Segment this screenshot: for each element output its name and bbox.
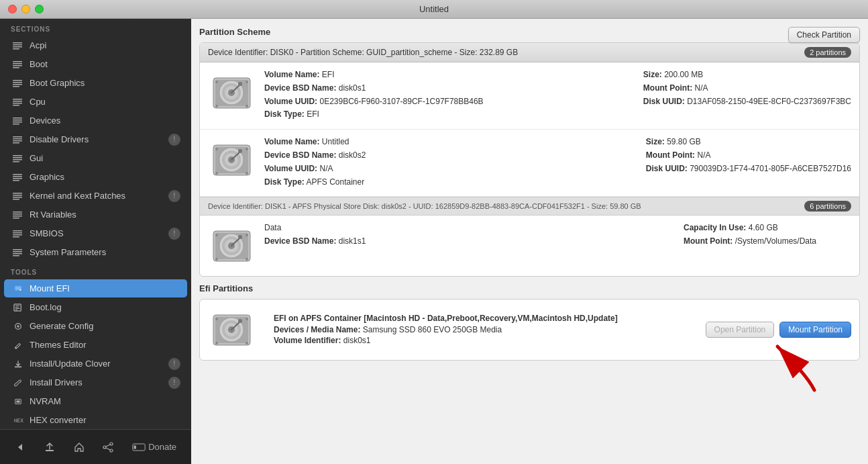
svg-rect-11 xyxy=(13,86,19,87)
sidebar-item-label: NVRAM xyxy=(30,396,61,406)
sidebar-scroll: SECTIONS Acpi Boot Boot Graphics xyxy=(0,19,191,429)
data-volume-name: Data xyxy=(264,222,366,234)
svg-rect-45 xyxy=(13,251,22,252)
open-partition-button[interactable]: Open Partition xyxy=(706,322,775,338)
svg-rect-10 xyxy=(13,84,22,85)
sidebar-item-devices[interactable]: Devices xyxy=(4,111,187,130)
efi-partition-info: Volume Name: EFI Device BSD Name: disk0s… xyxy=(264,69,851,122)
device-bsd-line2: Device BSD Name: disk0s2 xyxy=(264,150,366,161)
svg-rect-41 xyxy=(13,232,22,234)
volume-uuid-line: Volume UUID: 0E239BC6-F960-3107-89CF-1C9… xyxy=(264,96,484,107)
main-layout: SECTIONS Acpi Boot Boot Graphics xyxy=(0,19,868,464)
efi-info: EFI on APFS Container [Macintosh HD - Da… xyxy=(274,314,706,346)
sidebar-item-install-update-clover[interactable]: Install/Update Clover ! xyxy=(4,355,187,373)
sidebar-item-label: Mount EFI xyxy=(30,283,70,293)
svg-rect-35 xyxy=(13,199,19,200)
footer-share-button[interactable] xyxy=(97,436,119,458)
sidebar-item-install-drivers[interactable]: Install Drivers ! xyxy=(4,373,187,391)
maximize-button[interactable] xyxy=(35,5,44,13)
svg-rect-7 xyxy=(13,67,19,68)
sidebar-item-label: Generate Config xyxy=(30,321,93,331)
disk-drive-icon-efi xyxy=(208,69,255,116)
sidebar-item-label: HEX converter xyxy=(30,415,87,425)
check-partition-button[interactable]: Check Partition xyxy=(788,27,860,43)
untitled-partition-info: Volume Name: Untitled Device BSD Name: d… xyxy=(264,136,851,189)
sidebar-item-smbios[interactable]: SMBIOS ! xyxy=(4,224,187,242)
svg-rect-24 xyxy=(13,155,22,156)
sidebar-item-system-parameters[interactable]: System Parameters xyxy=(4,243,187,261)
brush-icon xyxy=(12,340,24,350)
svg-point-57 xyxy=(17,325,19,327)
donate-button[interactable]: Donate xyxy=(127,439,182,455)
footer-home-button[interactable] xyxy=(68,436,90,458)
partition-scheme-title: Partition Scheme xyxy=(199,27,860,37)
svg-rect-29 xyxy=(13,176,22,177)
list-icon xyxy=(12,116,24,126)
sidebar-item-boot[interactable]: Boot xyxy=(4,55,187,73)
svg-rect-40 xyxy=(13,230,22,232)
svg-rect-12 xyxy=(13,99,22,100)
svg-rect-5 xyxy=(13,63,22,64)
svg-rect-2 xyxy=(13,46,22,48)
list-icon xyxy=(12,210,24,220)
volume-uuid-line2: Volume UUID: N/A xyxy=(264,163,366,175)
footer-arrow-left-button[interactable] xyxy=(9,436,31,458)
svg-rect-39 xyxy=(13,218,19,219)
close-button[interactable] xyxy=(8,5,17,13)
sidebar-item-disable-drivers[interactable]: Disable Drivers ! xyxy=(4,130,187,148)
sidebar-item-generate-config[interactable]: Generate Config xyxy=(4,317,187,335)
partition-row-efi: Volume Name: EFI Device BSD Name: disk0s… xyxy=(200,62,859,130)
gear-icon xyxy=(12,322,24,331)
sidebar-item-boot-log[interactable]: Boot.log xyxy=(4,298,187,316)
sidebar-item-graphics[interactable]: Graphics xyxy=(4,168,187,186)
svg-point-91 xyxy=(215,148,218,150)
sidebar-item-hex-converter[interactable]: HEX HEX converter xyxy=(4,411,187,429)
sidebar-item-cpu[interactable]: Cpu xyxy=(4,93,187,111)
hex-icon: HEX xyxy=(12,416,24,425)
volume-name-line2: Volume Name: Untitled xyxy=(264,136,366,148)
sidebar-item-boot-graphics[interactable]: Boot Graphics xyxy=(4,74,187,92)
sidebar-badge: ! xyxy=(168,190,180,202)
efi-partition-row: EFI on APFS Container [Macintosh HD - Da… xyxy=(200,299,859,360)
sidebar-item-label: Boot xyxy=(30,59,48,69)
svg-rect-70 xyxy=(134,445,136,449)
sidebar-item-themes-editor[interactable]: Themes Editor xyxy=(4,336,187,354)
svg-rect-19 xyxy=(13,124,19,125)
svg-point-102 xyxy=(238,235,242,239)
sidebar-badge: ! xyxy=(168,358,180,370)
svg-rect-13 xyxy=(13,101,22,102)
svg-rect-33 xyxy=(13,195,22,196)
svg-point-50 xyxy=(19,289,21,290)
chip-icon xyxy=(12,397,24,406)
svg-rect-1 xyxy=(13,44,22,46)
svg-point-117 xyxy=(215,342,218,344)
sidebar-item-label: Install/Update Clover xyxy=(30,359,111,369)
sidebar-item-gui[interactable]: Gui xyxy=(4,149,187,167)
sidebar-item-label: Rt Variables xyxy=(30,210,76,220)
sidebar-item-label: Disable Drivers xyxy=(30,134,89,144)
list-icon xyxy=(12,60,24,69)
sidebar-item-acpi[interactable]: Acpi xyxy=(4,36,187,54)
footer-upload-button[interactable] xyxy=(39,436,60,458)
sidebar-item-nvram[interactable]: NVRAM xyxy=(4,392,187,410)
svg-point-78 xyxy=(238,82,242,86)
list-icon xyxy=(12,97,24,107)
svg-rect-43 xyxy=(13,236,19,238)
mount-partition-button[interactable]: Mount Partition xyxy=(779,322,851,338)
mount-point-line: Mount Point: N/A xyxy=(643,83,851,94)
log-icon xyxy=(12,303,24,312)
svg-rect-8 xyxy=(13,80,22,81)
svg-rect-46 xyxy=(13,253,22,254)
efi-partitions-section: EFI on APFS Container [Macintosh HD - Da… xyxy=(199,299,860,361)
minimize-button[interactable] xyxy=(21,5,30,13)
disk1-badge: 6 partitions xyxy=(804,201,851,212)
sidebar-item-kernel-kext[interactable]: Kernel and Kext Patches ! xyxy=(4,187,187,205)
svg-rect-0 xyxy=(13,42,22,44)
sidebar-item-mount-efi[interactable]: Mount EFI xyxy=(4,279,187,297)
svg-rect-38 xyxy=(13,216,22,217)
disk-drive-icon-untitled xyxy=(208,136,255,183)
list-icon xyxy=(12,173,24,182)
sidebar-item-label: Kernel and Kext Patches xyxy=(30,191,125,201)
disk-uuid-line2: Disk UUID: 790039D3-1F74-4701-805F-A6CEB… xyxy=(646,163,851,175)
sidebar-item-rt-variables[interactable]: Rt Variables xyxy=(4,205,187,224)
